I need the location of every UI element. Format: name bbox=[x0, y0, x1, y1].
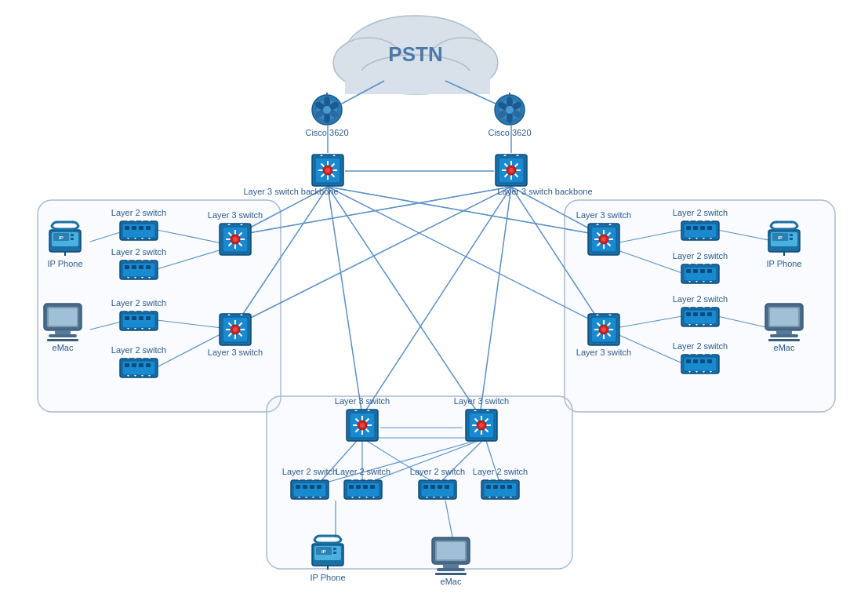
l2-switch-right-1: Layer 2 switch bbox=[673, 208, 728, 240]
l2right3-label: Layer 2 switch bbox=[673, 294, 728, 304]
l2-switch-left-3: Layer 2 switch bbox=[111, 298, 166, 330]
l3bot1-label: Layer 3 switch bbox=[335, 396, 390, 406]
cisco2-label: Cisco 3620 bbox=[488, 128, 531, 137]
l2right1-label: Layer 2 switch bbox=[673, 208, 728, 217]
l2-switch-bot-1: Layer 2 switch bbox=[282, 467, 337, 499]
cisco1-label: Cisco 3620 bbox=[305, 128, 348, 137]
ipphone-bot-label: IP Phone bbox=[310, 573, 345, 582]
l3right1-label: Layer 3 switch bbox=[576, 210, 631, 220]
emac-left-label: eMac bbox=[53, 343, 74, 352]
l2-switch-left-1: Layer 2 switch bbox=[111, 208, 166, 240]
l2bot4-label: Layer 2 switch bbox=[473, 467, 528, 476]
line-bb2-l3bot1 bbox=[362, 187, 511, 416]
emac-bot: eMac bbox=[432, 537, 470, 586]
ipphone-left-label: IP Phone bbox=[47, 259, 82, 268]
line-bb2-l3bot2 bbox=[480, 187, 511, 416]
l2-switch-right-3: Layer 2 switch bbox=[673, 294, 728, 326]
emac-right-label: eMac bbox=[774, 343, 795, 352]
l2-switch-bot-4: Layer 2 switch bbox=[473, 467, 528, 499]
l2bot1-label: Layer 2 switch bbox=[282, 467, 337, 476]
l3bb1-label: Layer 3 switch backbone bbox=[243, 187, 338, 196]
l3bot2-label: Layer 3 switch bbox=[454, 396, 509, 406]
line-bb1-l3right2 bbox=[328, 187, 602, 326]
pstn-cloud: PSTN bbox=[333, 16, 498, 94]
l3-backbone-2: Layer 3 switch backbone bbox=[496, 155, 593, 196]
cisco-router-2: Cisco 3620 bbox=[488, 89, 531, 137]
l2left2-label: Layer 2 switch bbox=[111, 247, 166, 257]
line-bb1-l3bot1 bbox=[328, 187, 362, 416]
l3left2-label: Layer 3 switch bbox=[208, 348, 263, 357]
l2-switch-right-2: Layer 2 switch bbox=[673, 251, 728, 283]
l2-switch-left-2: Layer 2 switch bbox=[111, 247, 166, 279]
pstn-label: PSTN bbox=[388, 42, 442, 66]
ipphone-right-label: IP Phone bbox=[766, 259, 801, 268]
l2-switch-bot-3: Layer 2 switch bbox=[410, 467, 465, 499]
line-bb1-l3bot2 bbox=[328, 187, 480, 416]
l2right4-label: Layer 2 switch bbox=[673, 341, 728, 351]
l2-switch-bot-2: Layer 2 switch bbox=[336, 467, 390, 499]
l2right2-label: Layer 2 switch bbox=[673, 251, 728, 260]
l2bot2-label: Layer 2 switch bbox=[336, 467, 390, 476]
l3bb2-label: Layer 3 switch backbone bbox=[497, 187, 592, 196]
l2-switch-right-4: Layer 2 switch bbox=[673, 341, 728, 373]
l2left3-label: Layer 2 switch bbox=[111, 298, 166, 308]
l3right2-label: Layer 3 switch bbox=[576, 348, 631, 357]
l2-switch-left-4: Layer 2 switch bbox=[111, 345, 166, 377]
cisco-router-1: Cisco 3620 bbox=[305, 89, 348, 137]
l3-backbone-1: Layer 3 switch backbone bbox=[243, 155, 343, 196]
l2bot3-label: Layer 2 switch bbox=[410, 467, 465, 476]
l3left1-label: Layer 3 switch bbox=[208, 210, 263, 220]
l2left1-label: Layer 2 switch bbox=[111, 208, 166, 217]
emac-bot-label: eMac bbox=[441, 577, 462, 586]
l2left4-label: Layer 2 switch bbox=[111, 345, 166, 355]
